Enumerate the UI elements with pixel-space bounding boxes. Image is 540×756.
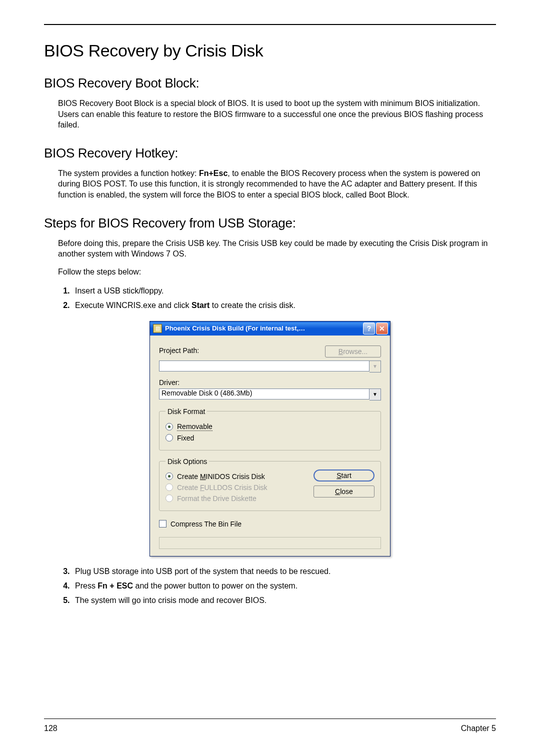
section-hotkey-para: The system provides a function hotkey: F…: [58, 168, 496, 200]
driver-select[interactable]: Removable Disk 0 (486.3Mb) ▼: [159, 388, 381, 400]
radio-minidos-label: Create MINIDOS Crisis Disk: [177, 472, 265, 480]
checkbox-icon: [159, 520, 166, 528]
compress-checkbox[interactable]: Compress The Bin File: [159, 520, 381, 528]
step4-pre: Press: [75, 582, 98, 590]
start-button[interactable]: Start: [314, 470, 374, 482]
step-4: Press Fn + ESC and the power button to p…: [72, 579, 496, 594]
top-rule: [44, 24, 496, 25]
project-path-label: Project Path:: [159, 346, 199, 354]
page-footer: 128 Chapter 5: [44, 718, 496, 733]
radio-format-drive[interactable]: Format the Drive Diskette: [166, 494, 308, 502]
status-bar: [159, 537, 381, 549]
step-5: The system will go into crisis mode and …: [72, 594, 496, 608]
compress-label: Compress The Bin File: [170, 520, 242, 528]
dialog-titlebar[interactable]: ▧ Phoenix Crisis Disk Build (For interna…: [150, 322, 390, 336]
radio-icon: [166, 434, 173, 442]
project-path-input[interactable]: ▼: [159, 360, 381, 372]
disk-options-group: Disk Options Create MINIDOS Crisis Disk: [159, 458, 381, 511]
radio-fulldos-label: Create FULLDOS Crisis Disk: [177, 484, 268, 492]
help-button[interactable]: ?: [363, 322, 375, 334]
chapter-label: Chapter 5: [461, 724, 496, 733]
step-1: Insert a USB stick/floppy.: [72, 284, 496, 298]
section-usb-follow: Follow the steps below:: [58, 266, 496, 278]
page-number: 128: [44, 724, 58, 733]
dialog-title: Phoenix Crisis Disk Build (For internal …: [165, 324, 362, 332]
radio-icon: [166, 423, 173, 430]
section-boot-block-para: BIOS Recovery Boot Block is a special bl…: [58, 98, 496, 130]
app-icon: ▧: [153, 324, 162, 333]
section-hotkey-title: BIOS Recovery Hotkey:: [44, 146, 496, 161]
step-2: Execute WINCRIS.exe and click Start to c…: [72, 298, 496, 313]
radio-fixed-label: Fixed: [177, 434, 194, 442]
driver-value: Removable Disk 0 (486.3Mb): [159, 388, 370, 400]
section-usb-intro: Before doing this, prepare the Crisis US…: [58, 238, 496, 260]
step2-bold: Start: [192, 301, 210, 310]
section-boot-block-title: BIOS Recovery Boot Block:: [44, 76, 496, 91]
radio-icon: [166, 472, 173, 480]
close-icon[interactable]: ✕: [376, 322, 388, 334]
radio-fulldos[interactable]: Create FULLDOS Crisis Disk: [166, 484, 308, 492]
browse-button[interactable]: Browse...: [325, 346, 381, 358]
step-3: Plug USB storage into USB port of the sy…: [72, 564, 496, 579]
page-heading: BIOS Recovery by Crisis Disk: [44, 41, 496, 60]
radio-removable-label: Removable: [177, 422, 212, 431]
dialog-figure: ▧ Phoenix Crisis Disk Build (For interna…: [44, 321, 496, 556]
driver-label: Driver:: [159, 378, 381, 386]
radio-icon: [166, 484, 173, 491]
step4-post: and the power button to power on the sys…: [133, 582, 298, 590]
step2-post: to create the crisis disk.: [210, 301, 296, 310]
radio-removable[interactable]: Removable: [166, 422, 374, 431]
radio-fixed[interactable]: Fixed: [166, 434, 374, 442]
step2-pre: Execute WINCRIS.exe and click: [75, 301, 192, 310]
close-button[interactable]: Close: [314, 486, 374, 498]
hotkey-pre: The system provides a function hotkey:: [58, 169, 199, 178]
chevron-down-icon[interactable]: ▼: [370, 388, 381, 400]
disk-format-legend: Disk Format: [166, 408, 207, 416]
radio-format-label: Format the Drive Diskette: [177, 494, 256, 502]
section-usb-title: Steps for BIOS Recovery from USB Storage…: [44, 216, 496, 231]
chevron-down-icon[interactable]: ▼: [370, 360, 381, 372]
radio-minidos[interactable]: Create MINIDOS Crisis Disk: [166, 472, 308, 480]
hotkey-bold: Fn+Esc: [199, 169, 228, 178]
radio-icon: [166, 494, 173, 502]
step4-bold: Fn + ESC: [98, 582, 133, 590]
steps-list-2: Plug USB storage into USB port of the sy…: [58, 564, 496, 608]
crisis-disk-dialog: ▧ Phoenix Crisis Disk Build (For interna…: [150, 321, 390, 556]
disk-options-legend: Disk Options: [166, 458, 209, 466]
steps-list-1: Insert a USB stick/floppy. Execute WINCR…: [58, 284, 496, 313]
disk-format-group: Disk Format Removable Fixed: [159, 408, 381, 450]
